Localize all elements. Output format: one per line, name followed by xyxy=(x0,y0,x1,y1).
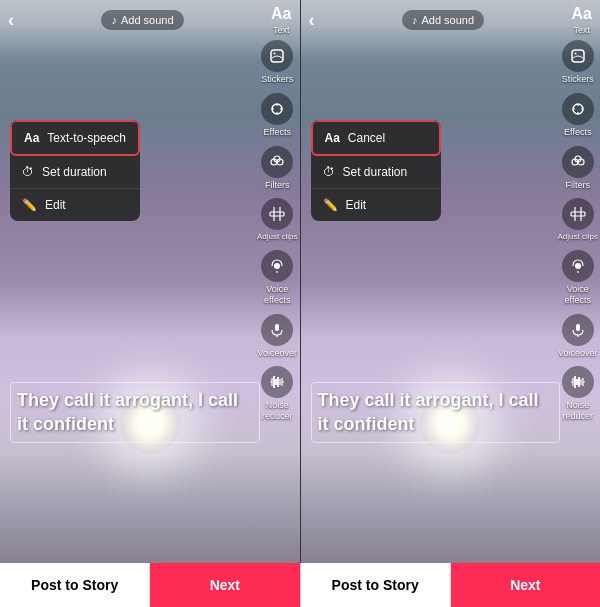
svg-rect-32 xyxy=(576,324,580,331)
right-sidebar-effects[interactable]: Effects xyxy=(562,93,594,138)
left-sidebar-voiceover[interactable]: Voiceover xyxy=(258,314,298,359)
left-set-duration-item[interactable]: ⏱ Set duration xyxy=(10,156,140,189)
right-effects-label: Effects xyxy=(564,127,591,138)
right-video-bg xyxy=(301,0,601,563)
left-duration-label: Set duration xyxy=(42,165,107,179)
right-add-sound-button[interactable]: ♪ Add sound xyxy=(402,10,484,30)
right-sidebar-voiceover[interactable]: Voiceover xyxy=(558,314,598,359)
left-sidebar-noise[interactable]: Noisereducer xyxy=(261,366,293,422)
left-stickers-icon xyxy=(261,40,293,72)
left-edit-item[interactable]: ✏️ Edit xyxy=(10,189,140,221)
bottom-bar: Post to Story Next Post to Story Next xyxy=(0,563,600,607)
right-edit-icon: ✏️ xyxy=(323,198,338,212)
left-sidebar-voice[interactable]: Voiceeffects xyxy=(261,250,293,306)
left-top-bar: ‹ ♪ Add sound Aa Text xyxy=(0,0,300,40)
left-voice-icon xyxy=(261,250,293,282)
left-video-bg xyxy=(0,0,300,563)
left-duration-icon: ⏱ xyxy=(22,165,34,179)
right-stickers-icon xyxy=(562,40,594,72)
left-back-button[interactable]: ‹ xyxy=(8,10,14,31)
right-edit-item[interactable]: ✏️ Edit xyxy=(311,189,441,221)
right-aa-button[interactable]: Aa xyxy=(572,5,592,23)
right-sidebar-filters[interactable]: Filters xyxy=(562,146,594,191)
right-filters-label: Filters xyxy=(566,180,591,191)
left-sidebar-stickers[interactable]: Stickers xyxy=(261,40,293,85)
right-filters-icon xyxy=(562,146,594,178)
right-panel: ‹ ♪ Add sound Aa Text Stickers xyxy=(301,0,601,563)
left-sidebar: Stickers Effects xyxy=(257,40,297,430)
left-music-icon: ♪ xyxy=(111,14,117,26)
left-edit-label: Edit xyxy=(45,198,66,212)
right-voice-label: Voiceeffects xyxy=(565,284,591,306)
right-adjust-label: Adjust clips xyxy=(558,232,598,242)
main-content: ‹ ♪ Add sound Aa Text Stickers xyxy=(0,0,600,563)
left-edit-icon: ✏️ xyxy=(22,198,37,212)
left-sidebar-effects[interactable]: Effects xyxy=(261,93,293,138)
right-voiceover-label: Voiceover xyxy=(558,348,598,359)
left-voiceover-icon xyxy=(261,314,293,346)
right-text-label: Text xyxy=(574,25,591,35)
left-effects-label: Effects xyxy=(264,127,291,138)
right-top-bar: ‹ ♪ Add sound Aa Text xyxy=(301,0,601,40)
right-sidebar-stickers[interactable]: Stickers xyxy=(562,40,594,85)
svg-rect-11 xyxy=(275,324,279,331)
left-voiceover-label: Voiceover xyxy=(258,348,298,359)
svg-rect-6 xyxy=(270,212,284,216)
left-sidebar-filters[interactable]: Filters xyxy=(261,146,293,191)
left-add-sound-button[interactable]: ♪ Add sound xyxy=(101,10,183,30)
svg-point-22 xyxy=(574,53,576,55)
left-video-text: They call it arrogant, I call it confide… xyxy=(10,382,260,443)
right-back-button[interactable]: ‹ xyxy=(309,10,315,31)
right-voice-icon xyxy=(562,250,594,282)
left-aa-button[interactable]: Aa xyxy=(271,5,291,23)
right-effects-icon xyxy=(562,93,594,125)
right-cancel-item[interactable]: Aa Cancel xyxy=(311,120,441,156)
left-noise-icon xyxy=(261,366,293,398)
right-context-menu: Aa Cancel ⏱ Set duration ✏️ Edit xyxy=(311,120,441,221)
right-post-story-button[interactable]: Post to Story xyxy=(301,563,451,607)
bottom-left: Post to Story Next xyxy=(0,563,300,607)
left-context-menu: Aa Text-to-speech ⏱ Set duration ✏️ Edit xyxy=(10,120,140,221)
right-sidebar-voice[interactable]: Voiceeffects xyxy=(562,250,594,306)
left-text-label: Text xyxy=(273,25,290,35)
left-adjust-icon xyxy=(261,198,293,230)
right-cancel-label: Cancel xyxy=(348,131,385,145)
left-voice-label: Voiceeffects xyxy=(264,284,290,306)
right-cancel-icon: Aa xyxy=(325,131,340,145)
right-voiceover-icon xyxy=(562,314,594,346)
left-effects-icon xyxy=(261,93,293,125)
right-sidebar: Stickers Effects xyxy=(558,40,598,430)
left-sidebar-adjust[interactable]: Adjust clips xyxy=(257,198,297,242)
left-filters-label: Filters xyxy=(265,180,290,191)
left-adjust-label: Adjust clips xyxy=(257,232,297,242)
right-noise-icon xyxy=(562,366,594,398)
right-duration-icon: ⏱ xyxy=(323,165,335,179)
svg-point-9 xyxy=(274,263,280,269)
left-post-story-button[interactable]: Post to Story xyxy=(0,563,150,607)
svg-rect-27 xyxy=(571,212,585,216)
right-stickers-label: Stickers xyxy=(562,74,594,85)
left-tts-label: Text-to-speech xyxy=(47,131,126,145)
right-duration-label: Set duration xyxy=(343,165,408,179)
right-video-text: They call it arrogant, I call it confide… xyxy=(311,382,561,443)
bottom-right: Post to Story Next xyxy=(301,563,601,607)
left-text-to-speech-item[interactable]: Aa Text-to-speech xyxy=(10,120,140,156)
right-sidebar-noise[interactable]: Noisereducer xyxy=(562,366,594,422)
right-music-icon: ♪ xyxy=(412,14,418,26)
left-add-sound-label: Add sound xyxy=(121,14,174,26)
left-stickers-label: Stickers xyxy=(261,74,293,85)
svg-point-30 xyxy=(575,263,581,269)
left-noise-label: Noisereducer xyxy=(262,400,293,422)
svg-point-1 xyxy=(274,53,276,55)
right-next-button[interactable]: Next xyxy=(451,563,600,607)
right-noise-label: Noisereducer xyxy=(563,400,594,422)
right-sidebar-adjust[interactable]: Adjust clips xyxy=(558,198,598,242)
right-set-duration-item[interactable]: ⏱ Set duration xyxy=(311,156,441,189)
right-adjust-icon xyxy=(562,198,594,230)
right-edit-label: Edit xyxy=(346,198,367,212)
left-panel: ‹ ♪ Add sound Aa Text Stickers xyxy=(0,0,301,563)
left-filters-icon xyxy=(261,146,293,178)
left-tts-icon: Aa xyxy=(24,131,39,145)
right-add-sound-label: Add sound xyxy=(421,14,474,26)
left-next-button[interactable]: Next xyxy=(150,563,299,607)
